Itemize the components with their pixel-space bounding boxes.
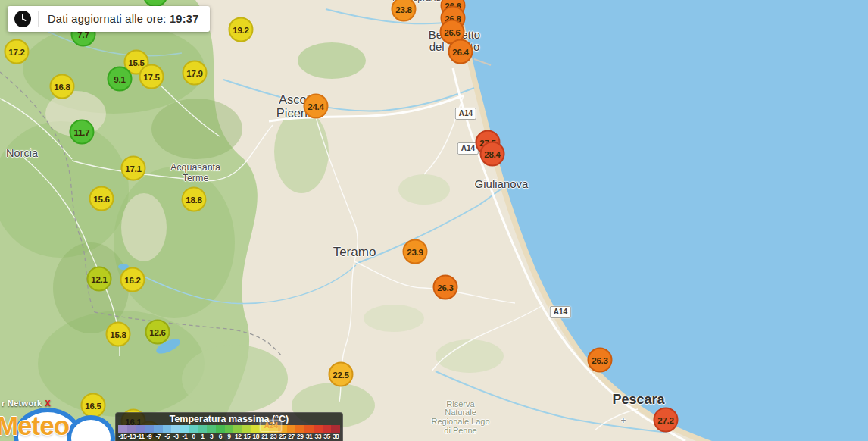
temperature-value: 23.8 — [395, 5, 412, 14]
legend-color-segment — [154, 425, 163, 433]
legend-title: Temperatura massima (°C) — [118, 414, 340, 424]
legend-tick: -7 — [154, 433, 163, 440]
temperature-value: 17.5 — [143, 72, 160, 81]
temperature-value: 15.6 — [93, 194, 110, 203]
temperature-marker[interactable]: 26.3 — [433, 275, 458, 300]
temperature-marker[interactable]: 17.9 — [183, 61, 208, 86]
temperature-marker[interactable]: 15.8 — [106, 322, 131, 347]
legend-tick: 3 — [207, 433, 216, 440]
legend-color-segment — [189, 425, 198, 433]
network-x-text: X — [45, 399, 51, 408]
temperature-value: 12.1 — [91, 274, 108, 283]
weather-map-app: NorciaAcquasantaTermeAscoliPicenoTeramoG… — [0, 0, 868, 441]
legend-tick: -15 — [118, 433, 127, 440]
legend-tick: 35 — [323, 433, 332, 440]
update-banner: Dati aggiornati alle ore: 19:37 — [8, 6, 210, 32]
legend-color-segment — [127, 425, 136, 433]
place-label: Norcia — [6, 148, 38, 160]
banner-text: Dati aggiornati alle ore: 19:37 — [48, 13, 199, 25]
legend-color-segment — [287, 425, 296, 433]
temperature-value: 18.8 — [186, 195, 202, 204]
temperature-value: 11.7 — [74, 127, 90, 136]
legend-tick: -13 — [127, 433, 136, 440]
temperature-value: 22.5 — [333, 370, 349, 379]
temperature-value: 12.6 — [149, 327, 166, 336]
legend-color-segment — [163, 425, 172, 433]
legend-tick: 31 — [304, 433, 314, 440]
temperature-value: 26.3 — [592, 355, 608, 364]
temperature-marker[interactable]: 26.4 — [448, 39, 473, 64]
legend-color-segment — [198, 425, 207, 433]
temperature-marker[interactable]: 17.5 — [139, 64, 164, 89]
temperature-value: 26.6 — [444, 27, 461, 36]
legend-tick: -11 — [136, 433, 145, 440]
place-label: Pescara — [612, 393, 664, 407]
road-badge-a14: A14 — [455, 108, 476, 120]
temperature-marker[interactable]: 17.2 — [5, 39, 30, 64]
place-label: Teramo — [333, 246, 376, 259]
temperature-marker[interactable]: 26.3 — [588, 348, 613, 373]
legend-tick: 25 — [278, 433, 287, 440]
temperature-marker[interactable]: 12.1 — [87, 267, 112, 292]
legend-color-segment — [304, 425, 314, 433]
legend-tick: 21 — [261, 433, 270, 440]
legend-tick: 29 — [295, 433, 304, 440]
legend-tick: -5 — [163, 433, 172, 440]
temperature-value: 27.2 — [657, 415, 674, 424]
temperature-marker[interactable]: 17.1 — [121, 156, 146, 181]
temperature-value: 17.1 — [125, 164, 142, 173]
logo-brand-text: eaMeteo — [0, 411, 69, 441]
temperature-marker[interactable]: 18.8 — [182, 187, 207, 212]
legend-tick: 1 — [198, 433, 207, 440]
temperature-value: 16.8 — [54, 82, 70, 91]
legend-color-segment — [314, 425, 323, 433]
legend-tick: 9 — [225, 433, 234, 440]
temperature-marker[interactable]: 12.6 — [145, 320, 170, 345]
legend-tick: 0 — [189, 433, 198, 440]
temperature-value: 23.9 — [407, 247, 423, 256]
temperature-marker[interactable]: 22.5 — [329, 362, 354, 387]
temperature-value: 15.5 — [128, 58, 145, 67]
legend-tick: 38 — [331, 433, 340, 440]
legend-temperature: Temperatura massima (°C) -15-13-11-9-7-5… — [115, 412, 343, 441]
legend-color-segment — [251, 425, 261, 433]
legend-tick: 18 — [251, 433, 261, 440]
temperature-value: 9.1 — [114, 74, 125, 83]
temperature-marker[interactable]: 11.7 — [70, 120, 95, 145]
clock-icon — [8, 11, 38, 27]
banner-label: Dati aggiornati alle ore: — [48, 13, 167, 25]
place-label: + — [620, 416, 626, 426]
temperature-value: 16.2 — [124, 275, 141, 284]
legend-color-segment — [216, 425, 225, 433]
temperature-marker[interactable]: 9.1 — [108, 67, 133, 92]
legend-color-segment — [171, 425, 180, 433]
banner-divider — [38, 11, 39, 27]
legend-tick: 23 — [269, 433, 278, 440]
temperature-value: 17.9 — [186, 68, 203, 77]
temperature-marker[interactable]: 27.2 — [654, 408, 679, 433]
temperature-value: 15.8 — [110, 330, 126, 339]
temperature-marker[interactable]: 24.4 — [304, 94, 329, 119]
temperature-marker[interactable]: 28.4 — [480, 142, 505, 167]
road-badge-a24: A24 — [261, 420, 282, 432]
legend-tick: 15 — [242, 433, 251, 440]
temperature-marker[interactable]: 15.6 — [89, 186, 114, 211]
temperature-marker[interactable]: 16.8 — [50, 74, 75, 99]
temperature-marker[interactable]: 16.2 — [120, 267, 145, 292]
partner-network-text: r NetworkX — [2, 399, 51, 408]
temperature-value: 26.4 — [452, 47, 469, 56]
temperature-value: 26.3 — [437, 283, 454, 292]
legend-tick: 33 — [314, 433, 323, 440]
legend-tick: 12 — [233, 433, 242, 440]
place-label: AcquasantaTerme — [170, 163, 220, 183]
place-label: Giulianova — [475, 178, 529, 190]
legend-tick-labels: -15-13-11-9-7-5-3-1013691215182123252729… — [118, 433, 340, 440]
legend-color-segment — [136, 425, 145, 433]
legend-color-segment — [207, 425, 216, 433]
temperature-marker[interactable]: 19.2 — [229, 17, 254, 42]
legend-color-segment — [118, 425, 127, 433]
banner-time: 19:37 — [170, 13, 199, 25]
temperature-value: 17.2 — [8, 47, 25, 56]
temperature-marker[interactable]: 23.9 — [403, 239, 428, 264]
legend-color-segment — [242, 425, 251, 433]
